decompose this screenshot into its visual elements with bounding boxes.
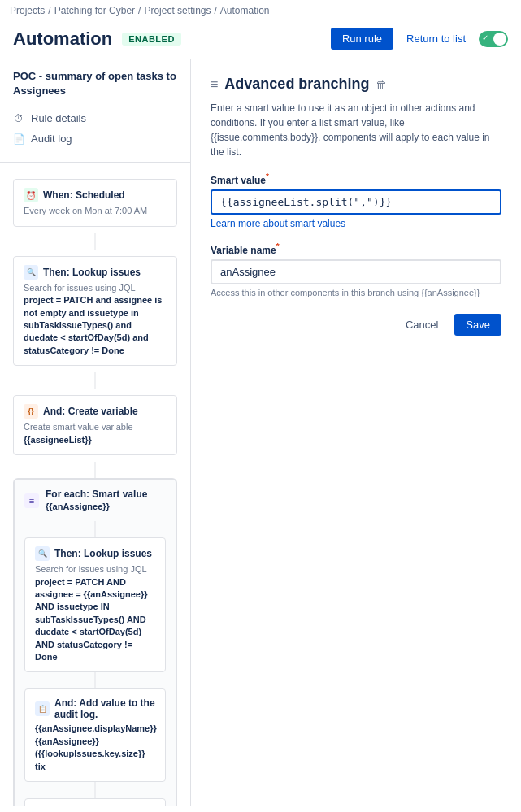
save-button[interactable]: Save — [454, 314, 501, 336]
rule-block-lookup1-inner[interactable]: 🔍 Then: Lookup issues Search for issues … — [13, 256, 177, 366]
right-panel: ≡ Advanced branching 🗑 Enter a smart val… — [191, 59, 521, 806]
header-actions: Run rule Return to list ✓ — [331, 28, 508, 50]
foreach-content: 🔍 Then: Lookup issues Search for issues … — [15, 521, 176, 806]
foreach-header[interactable]: ≡ For each: Smart value {{anAssignee}} — [15, 480, 176, 521]
sidebar-nav: ⏱ Rule details 📄 Audit log — [0, 108, 190, 158]
connector-foreach-2 — [21, 672, 169, 688]
scheduled-icon: ⏰ — [24, 188, 38, 202]
rule-label-audit: And: Add value to the audit log. — [54, 697, 155, 720]
lookup-icon-1: 🔍 — [24, 265, 38, 280]
smart-value-group: Smart value* Learn more about smart valu… — [211, 172, 501, 229]
rule-list: ⏰ When: Scheduled Every week on Mon at 7… — [0, 166, 190, 806]
rule-block-nested-lookup-header: 🔍 Then: Lookup issues — [35, 546, 155, 561]
rule-label-nested-lookup: Then: Lookup issues — [54, 548, 152, 559]
connector-foreach-1 — [21, 521, 169, 537]
foreach-value: {{anAssignee}} — [46, 502, 110, 511]
rule-block-nested-lookup: 🔍 Then: Lookup issues Search for issues … — [21, 537, 169, 672]
rule-block-audit-inner[interactable]: 📋 And: Add value to the audit log. {{anA… — [24, 688, 166, 782]
rule-desc-lookup1: Search for issues using JQL project = PA… — [24, 282, 167, 357]
sidebar-item-label-rule-details: Rule details — [31, 112, 86, 124]
learn-more-link[interactable]: Learn more about smart values — [211, 218, 345, 229]
main-layout: POC - summary of open tasks to Assignees… — [0, 59, 521, 806]
clock-icon: ⏱ — [13, 113, 24, 124]
panel-title-row: ≡ Advanced branching 🗑 — [211, 76, 501, 93]
cancel-button[interactable]: Cancel — [396, 314, 448, 336]
sidebar-item-audit-log[interactable]: 📄 Audit log — [7, 128, 184, 149]
rule-block-audit-header: 📋 And: Add value to the audit log. — [35, 697, 155, 720]
smart-value-label: Smart value* — [211, 172, 501, 186]
automation-toggle[interactable]: ✓ — [479, 31, 508, 47]
panel-list-icon: ≡ — [211, 77, 218, 92]
breadcrumb-sep2: / — [138, 5, 141, 16]
form-actions: Cancel Save — [211, 314, 501, 336]
rule-block-email: ✉ And: Send email dave.f*****@*****.com … — [21, 798, 169, 806]
sidebar: POC - summary of open tasks to Assignees… — [0, 59, 191, 806]
return-to-list-button[interactable]: Return to list — [400, 28, 472, 50]
automation-name: POC - summary of open tasks to Assignees — [0, 69, 190, 108]
rule-block-email-inner[interactable]: ✉ And: Send email dave.f*****@*****.com … — [24, 798, 166, 806]
connector-foreach-3 — [21, 782, 169, 798]
rule-block-nested-lookup-inner[interactable]: 🔍 Then: Lookup issues Search for issues … — [24, 537, 166, 672]
foreach-container: ≡ For each: Smart value {{anAssignee}} 🔍 — [13, 478, 177, 806]
rule-block-scheduled-header: ⏰ When: Scheduled — [24, 188, 167, 202]
page-title: Automation — [13, 28, 112, 50]
variable-name-group: Variable name* Access this in other comp… — [211, 242, 501, 297]
toggle-check-icon: ✓ — [482, 33, 488, 42]
rule-block-variable-inner[interactable]: {} And: Create variable Create smart val… — [13, 395, 177, 455]
divider-1 — [0, 162, 190, 163]
breadcrumb-patching[interactable]: Patching for Cyber — [54, 5, 135, 16]
connector-2 — [0, 372, 190, 389]
panel-title: Advanced branching — [224, 76, 369, 93]
variable-icon: {} — [24, 404, 38, 419]
foreach-label: For each: Smart value — [46, 489, 147, 500]
page-header: Automation ENABLED Run rule Return to li… — [0, 21, 521, 59]
rule-block-variable-header: {} And: Create variable — [24, 404, 167, 419]
rule-block-audit: 📋 And: Add value to the audit log. {{anA… — [21, 688, 169, 782]
rule-desc-scheduled: Every week on Mon at 7:00 AM — [24, 205, 167, 217]
rule-desc-audit: {{anAssignee.displayName}} {{anAssignee}… — [35, 723, 155, 773]
rule-block-scheduled: ⏰ When: Scheduled Every week on Mon at 7… — [0, 172, 190, 232]
audit-icon: 📋 — [35, 701, 50, 716]
document-icon: 📄 — [13, 133, 24, 145]
sidebar-item-label-audit-log: Audit log — [31, 132, 72, 145]
variable-name-input[interactable] — [211, 259, 501, 284]
rule-label-lookup1: Then: Lookup issues — [43, 267, 141, 278]
breadcrumb-sep3: / — [214, 5, 216, 16]
trash-icon[interactable]: 🗑 — [376, 78, 387, 91]
variable-name-label: Variable name* — [211, 242, 501, 256]
breadcrumb-current: Automation — [220, 5, 270, 16]
foreach-label-wrap: For each: Smart value {{anAssignee}} — [46, 488, 147, 513]
panel-description: Enter a smart value to use it as an obje… — [211, 101, 501, 159]
smart-value-input[interactable] — [211, 189, 501, 215]
rule-block-lookup1-header: 🔍 Then: Lookup issues — [24, 265, 167, 280]
variable-helper-text: Access this in other components in this … — [211, 288, 501, 297]
rule-label-scheduled: When: Scheduled — [43, 189, 125, 201]
sidebar-item-rule-details[interactable]: ⏱ Rule details — [7, 108, 184, 128]
connector-3 — [0, 462, 190, 478]
rule-desc-variable: Create smart value variable {{assigneeLi… — [24, 421, 167, 446]
breadcrumb: Projects / Patching for Cyber / Project … — [0, 0, 521, 21]
breadcrumb-sep1: / — [48, 5, 50, 16]
rule-block-lookup1: 🔍 Then: Lookup issues Search for issues … — [0, 250, 190, 372]
lookup-icon-2: 🔍 — [35, 546, 50, 561]
breadcrumb-settings[interactable]: Project settings — [144, 5, 211, 16]
run-rule-button[interactable]: Run rule — [331, 28, 393, 50]
rule-label-variable: And: Create variable — [43, 406, 138, 417]
foreach-icon: ≡ — [24, 493, 39, 508]
enabled-badge: ENABLED — [122, 33, 181, 46]
rule-block-scheduled-inner[interactable]: ⏰ When: Scheduled Every week on Mon at 7… — [13, 179, 177, 226]
rule-block-variable: {} And: Create variable Create smart val… — [0, 389, 190, 462]
connector-1 — [0, 233, 190, 250]
rule-desc-nested-lookup: Search for issues using JQL project = PA… — [35, 563, 155, 663]
breadcrumb-projects[interactable]: Projects — [10, 5, 45, 16]
